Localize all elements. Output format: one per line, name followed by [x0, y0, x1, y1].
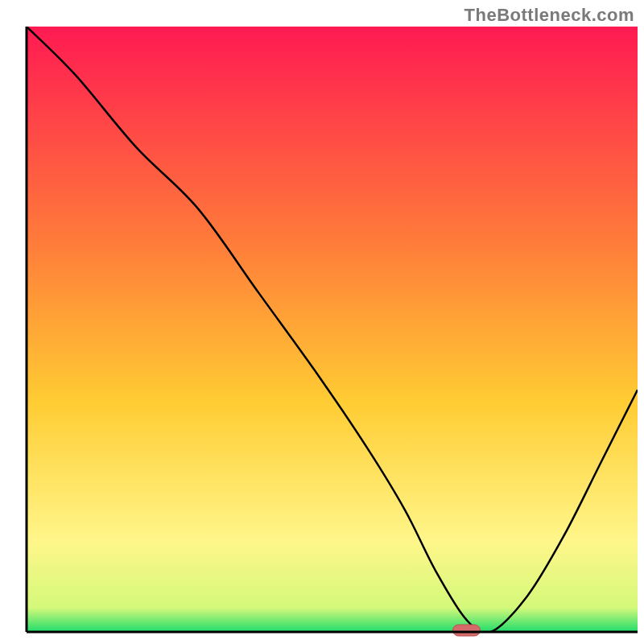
watermark-text: TheBottleneck.com — [464, 5, 634, 26]
minimum-marker — [452, 625, 480, 636]
bottleneck-chart — [0, 0, 644, 644]
gradient-background — [27, 27, 638, 632]
chart-stage: TheBottleneck.com — [0, 0, 644, 644]
